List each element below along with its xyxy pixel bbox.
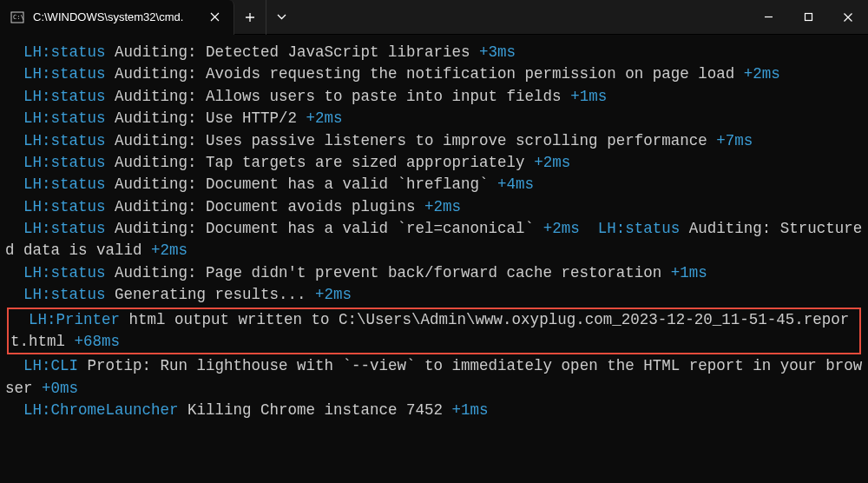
log-line: LH:status Auditing: Document avoids plug… (5, 196, 863, 218)
terminal-output[interactable]: LH:status Auditing: Detected JavaScript … (0, 35, 868, 428)
log-line: LH:status Auditing: Tap targets are size… (5, 152, 863, 174)
log-text: Generating results... (106, 286, 316, 303)
log-timing: +1ms (570, 88, 607, 105)
tab-active[interactable]: C:\ C:\WINDOWS\system32\cmd. (0, 0, 234, 35)
minimize-button[interactable] (748, 0, 788, 35)
log-timing: +7ms (716, 132, 753, 149)
log-line: LH:status Auditing: Avoids requesting th… (5, 63, 863, 85)
log-timing: +1ms (452, 401, 489, 419)
window-controls (748, 0, 868, 35)
log-text: html output written to C:\Users\Admin\ww… (10, 311, 849, 350)
log-tag: LH:status (23, 65, 106, 83)
close-tab-button[interactable] (206, 9, 223, 26)
log-timing: +4ms (497, 175, 534, 193)
log-tag: LH:status (23, 175, 106, 193)
log-text: Auditing: Document has a valid `hreflang… (106, 175, 498, 193)
log-text: Auditing: Use HTTP/2 (106, 109, 306, 127)
log-line: LH:status Auditing: Allows users to past… (5, 86, 863, 108)
log-text: Auditing: Tap targets are sized appropri… (106, 154, 535, 171)
log-tag: LH:status (23, 154, 106, 171)
log-tag: LH:status (598, 220, 681, 237)
log-timing: +2ms (534, 154, 570, 171)
log-timing: +2ms (424, 198, 461, 215)
tab-dropdown-button[interactable] (266, 0, 297, 35)
log-text: Auditing: Page didn't prevent back/forwa… (106, 264, 671, 281)
log-tag: LH:status (23, 286, 106, 303)
log-timing: +68ms (75, 333, 121, 350)
log-tag: LH:ChromeLauncher (23, 401, 179, 419)
log-text: Auditing: Avoids requesting the notifica… (106, 65, 744, 83)
log-text: Auditing: Detected JavaScript libraries (106, 43, 480, 61)
log-text: Auditing: Document avoids plugins (106, 198, 425, 215)
log-line: LH:status Auditing: Document has a valid… (5, 174, 863, 195)
log-text: Auditing: Document has a valid `rel=cano… (106, 220, 543, 237)
log-tag: LH:status (23, 220, 106, 237)
log-timing: +2ms (306, 109, 343, 127)
log-line: LH:status Auditing: Detected JavaScript … (5, 42, 863, 63)
log-tag: LH:status (23, 198, 106, 215)
log-timing: +1ms (671, 264, 707, 281)
log-tag: LH:status (23, 264, 106, 281)
log-tag: LH:status (23, 88, 106, 105)
log-line: LH:status Auditing: Uses passive listene… (5, 130, 863, 152)
log-line: LH:Printer html output written to C:\Use… (10, 309, 858, 354)
log-text: Protip: Run lighthouse with `--view` to … (5, 357, 862, 396)
log-line: LH:status Auditing: Page didn't prevent … (5, 262, 863, 284)
log-timing: +2ms (744, 65, 780, 83)
log-line: LH:status Auditing: Use HTTP/2 +2ms (5, 108, 863, 129)
log-text: Auditing: Uses passive listeners to impr… (106, 132, 717, 149)
cmd-icon: C:\ (10, 10, 24, 24)
new-tab-button[interactable] (234, 0, 266, 35)
log-text: Auditing: Allows users to paste into inp… (106, 88, 571, 105)
titlebar: C:\ C:\WINDOWS\system32\cmd. (0, 0, 868, 35)
log-timing: +2ms (151, 242, 187, 259)
svg-text:C:\: C:\ (13, 14, 24, 21)
log-line: LH:CLI Protip: Run lighthouse with `--vi… (5, 355, 863, 400)
log-tag: LH:Printer (29, 311, 120, 328)
log-timing: +2ms (315, 286, 352, 303)
highlighted-output: LH:Printer html output written to C:\Use… (7, 308, 861, 355)
log-text: Killing Chrome instance 7452 (179, 401, 452, 419)
log-timing: +3ms (479, 43, 516, 61)
tab-title: C:\WINDOWS\system32\cmd. (33, 10, 197, 23)
maximize-button[interactable] (788, 0, 828, 35)
log-tag: LH:CLI (23, 357, 78, 374)
svg-rect-2 (805, 14, 812, 21)
log-timing: +0ms (42, 380, 78, 397)
log-line: LH:status Auditing: Document has a valid… (5, 218, 863, 262)
log-line: LH:status Generating results... +2ms (5, 284, 863, 306)
log-tag: LH:status (23, 132, 106, 149)
close-window-button[interactable] (828, 0, 868, 35)
log-tag: LH:status (23, 43, 106, 61)
log-line: LH:ChromeLauncher Killing Chrome instanc… (5, 400, 863, 421)
log-timing: +2ms (543, 220, 580, 237)
log-tag: LH:status (23, 109, 106, 127)
